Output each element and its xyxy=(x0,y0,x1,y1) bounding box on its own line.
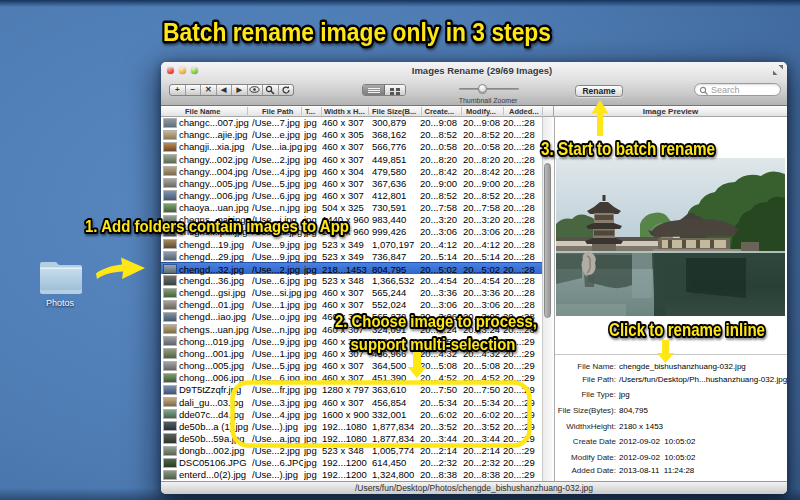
svg-text:Batch rename image only in 3 s: Batch rename image only in 3 steps xyxy=(163,17,551,47)
